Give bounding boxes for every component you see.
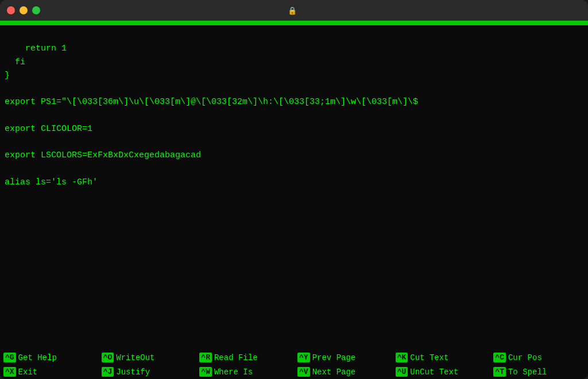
shortcut-item[interactable]: ^YPrev Page [294,351,392,363]
editor-line [5,202,583,215]
shortcut-item[interactable]: ^OWriteOut [98,351,196,363]
editor-line [5,189,583,202]
shortcut-key: ^U [396,367,408,377]
terminal-window: 🔒 return 1 fi}export PS1="\[\033[36m\]\u… [0,0,588,379]
editor-line [5,136,583,149]
editor-line [5,163,583,176]
shortcut-item[interactable]: ^JJustify [98,366,196,378]
editor-line [5,82,583,95]
shortcut-item[interactable]: ^VNext Page [294,366,392,378]
maximize-button[interactable] [32,6,40,14]
shortcut-item[interactable]: ^TTo Spell [490,366,588,378]
shortcut-item[interactable]: ^GGet Help [0,351,98,363]
editor-line: return 1 [5,42,583,55]
bottom-bar: ^GGet Help^OWriteOut^RRead File^YPrev Pa… [0,350,588,379]
editor-line [5,216,583,229]
shortcut-label: Cur Pos [508,353,542,362]
close-button[interactable] [7,6,15,14]
shortcut-label: Prev Page [312,353,356,362]
editor-line [5,29,583,42]
shortcut-key: ^W [199,367,212,377]
editor-line [5,269,583,283]
shortcut-key: ^X [3,367,16,377]
shortcut-item[interactable]: ^WWhere Is [196,366,294,378]
shortcut-key: ^V [297,367,310,377]
nano-header [0,21,588,25]
shortcut-label: WriteOut [116,353,154,362]
editor-line: export LSCOLORS=ExFxBxDxCxegedabagacad [5,149,583,162]
editor-line: alias ls='ls -GFh' [5,176,583,189]
shortcut-label: Where Is [214,368,253,377]
lock-icon: 🔒 [288,6,297,15]
shortcut-key: ^T [493,367,506,377]
shortcut-item[interactable]: ^RRead File [196,351,294,363]
shortcut-item[interactable]: ^UUnCut Text [392,366,490,378]
editor-line [5,109,583,122]
editor-line: fi [5,56,583,69]
editor-line [5,283,583,296]
shortcut-label: Cut Text [410,353,448,362]
shortcut-key: ^C [493,353,506,362]
shortcut-label: To Spell [508,368,547,377]
shortcut-key: ^O [102,353,114,362]
editor-area[interactable]: return 1 fi}export PS1="\[\033[36m\]\u\[… [0,25,588,350]
shortcut-key: ^Y [297,353,310,362]
editor-line [5,242,583,256]
shortcut-label: Justify [116,368,150,377]
traffic-lights [7,6,40,14]
shortcut-label: Exit [18,368,38,377]
shortcut-label: Get Help [18,353,57,362]
shortcut-label: Read File [214,353,258,362]
shortcut-item[interactable]: ^CCur Pos [490,351,588,363]
editor-line: export CLICOLOR=1 [5,122,583,136]
minimize-button[interactable] [20,6,28,14]
window-title: 🔒 [288,6,300,15]
editor-line: export PS1="\[\033[36m\]\u\[\033[m\]@\[\… [5,95,583,109]
shortcut-item[interactable]: ^KCut Text [392,351,490,363]
editor-line: } [5,69,583,82]
shortcut-key: ^G [3,353,16,362]
editor-line [5,256,583,269]
shortcut-item[interactable]: ^XExit [0,366,98,378]
shortcut-label: Next Page [312,368,356,377]
shortcut-key: ^R [199,353,212,362]
shortcut-row: ^GGet Help^OWriteOut^RRead File^YPrev Pa… [0,350,588,365]
shortcut-label: UnCut Text [410,368,458,377]
editor-line [5,229,583,242]
shortcut-key: ^J [102,367,114,377]
shortcut-row: ^XExit^JJustify^WWhere Is^VNext Page^UUn… [0,365,588,379]
shortcut-key: ^K [396,353,408,362]
title-bar: 🔒 [0,0,588,21]
